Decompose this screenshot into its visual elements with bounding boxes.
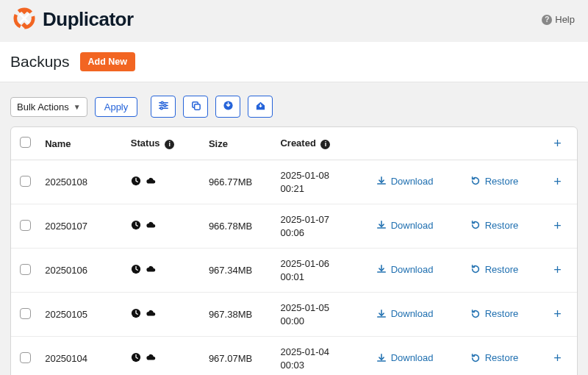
row-status: [131, 220, 197, 232]
add-new-button[interactable]: Add New: [80, 52, 135, 71]
download-button[interactable]: Download: [376, 264, 434, 275]
help-label: Help: [555, 14, 575, 25]
svg-point-6: [164, 104, 166, 107]
row-created: 2025-01-0800:21: [280, 169, 353, 195]
row-status: [131, 176, 197, 188]
top-bar: Duplicator ? Help: [0, 0, 588, 42]
clock-icon: [131, 308, 141, 321]
restore-button[interactable]: Restore: [470, 308, 519, 319]
clock-icon: [131, 264, 141, 276]
copy-icon: [190, 100, 201, 113]
restore-button[interactable]: Restore: [470, 352, 519, 363]
row-name: 20250108: [39, 160, 125, 204]
col-created-header: Created i: [274, 127, 359, 160]
row-checkbox[interactable]: [20, 308, 31, 319]
expand-row-button[interactable]: +: [538, 160, 577, 204]
bulk-actions-label: Bulk Actions: [17, 101, 69, 113]
expand-row-button[interactable]: +: [538, 204, 577, 249]
sliders-icon: [158, 100, 169, 113]
table-row: 20250104967.07MB2025-01-0400:03DownloadR…: [11, 337, 577, 375]
info-icon[interactable]: i: [165, 140, 174, 149]
row-checkbox[interactable]: [20, 352, 31, 363]
row-name: 20250106: [39, 249, 125, 293]
download-circle-icon: [223, 100, 234, 113]
col-created-label: Created: [280, 138, 315, 149]
cloud-icon: [146, 220, 156, 232]
row-name: 20250104: [39, 337, 125, 375]
download-button[interactable]: Download: [376, 176, 434, 187]
toolbar-icon-group: [151, 96, 273, 118]
clock-icon: [131, 220, 141, 232]
table-row: 20250105967.38MB2025-01-0500:00DownloadR…: [11, 293, 577, 337]
help-icon: ?: [542, 15, 552, 25]
row-checkbox[interactable]: [20, 220, 31, 231]
download-button[interactable]: Download: [376, 308, 434, 319]
brand-logo-icon: [13, 7, 35, 32]
settings-button[interactable]: [151, 96, 176, 118]
brand: Duplicator: [13, 7, 134, 32]
row-created: 2025-01-0600:01: [280, 257, 353, 283]
svg-rect-10: [194, 104, 200, 110]
apply-button[interactable]: Apply: [95, 97, 138, 117]
svg-point-8: [160, 107, 162, 110]
row-status: [131, 308, 197, 321]
row-size: 967.38MB: [203, 293, 275, 337]
restore-button[interactable]: Restore: [470, 264, 519, 275]
page-title: Backups: [10, 53, 70, 71]
migrate-button[interactable]: [248, 96, 273, 118]
expand-all-button[interactable]: +: [538, 127, 577, 160]
table-header-row: Name Status i Size Created i +: [11, 127, 577, 160]
backups-table: Name Status i Size Created i + 202501089…: [10, 126, 578, 375]
table-row: 20250107966.78MB2025-01-0700:06DownloadR…: [11, 204, 577, 249]
row-checkbox[interactable]: [20, 264, 31, 275]
restore-button[interactable]: Restore: [470, 220, 519, 231]
row-size: 967.34MB: [203, 249, 275, 293]
help-link[interactable]: ? Help: [542, 14, 575, 25]
col-status-header: Status i: [125, 127, 203, 160]
download-all-button[interactable]: [215, 96, 240, 118]
row-created: 2025-01-0500:00: [280, 301, 353, 327]
row-status: [131, 264, 197, 276]
table-row: 20250108966.77MB2025-01-0800:21DownloadR…: [11, 160, 577, 204]
row-created: 2025-01-0400:03: [280, 346, 353, 371]
expand-row-button[interactable]: +: [538, 249, 577, 293]
col-name-header: Name: [39, 127, 125, 160]
row-name: 20250105: [39, 293, 125, 337]
row-size: 966.78MB: [203, 204, 275, 249]
select-all-checkbox[interactable]: [20, 137, 31, 148]
restore-button[interactable]: Restore: [470, 176, 519, 187]
bulk-actions-select[interactable]: Bulk Actions ▼: [10, 97, 87, 117]
download-button[interactable]: Download: [376, 352, 434, 363]
title-bar: Backups Add New: [0, 42, 588, 82]
brand-name: Duplicator: [43, 8, 134, 31]
download-button[interactable]: Download: [376, 220, 434, 231]
home-arrow-icon: [255, 100, 266, 113]
svg-point-4: [161, 101, 163, 104]
row-size: 967.07MB: [203, 337, 275, 375]
toolbar: Bulk Actions ▼ Apply: [0, 82, 588, 126]
row-name: 20250107: [39, 204, 125, 249]
clock-icon: [131, 352, 141, 365]
col-status-label: Status: [131, 138, 160, 149]
caret-down-icon: ▼: [74, 103, 81, 111]
clock-icon: [131, 176, 141, 188]
col-size-header: Size: [203, 127, 275, 160]
copy-button[interactable]: [183, 96, 208, 118]
table-row: 20250106967.34MB2025-01-0600:01DownloadR…: [11, 249, 577, 293]
row-size: 966.77MB: [203, 160, 275, 204]
info-icon[interactable]: i: [320, 140, 330, 149]
cloud-icon: [146, 264, 156, 276]
row-checkbox[interactable]: [20, 176, 31, 187]
cloud-icon: [146, 352, 156, 365]
expand-row-button[interactable]: +: [538, 293, 577, 337]
expand-row-button[interactable]: +: [538, 337, 577, 375]
row-status: [131, 352, 197, 365]
row-created: 2025-01-0700:06: [280, 213, 353, 239]
cloud-icon: [146, 176, 156, 188]
cloud-icon: [146, 308, 156, 321]
